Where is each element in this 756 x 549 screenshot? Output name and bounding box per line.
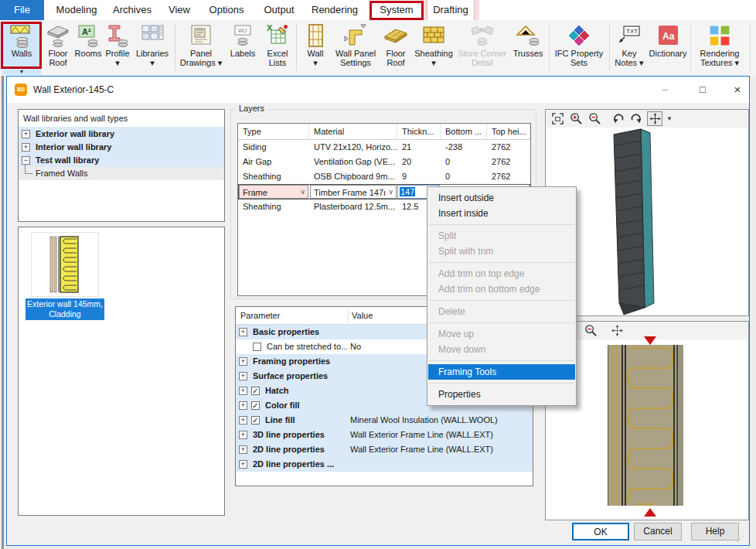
tree-item-exterior-wall-library[interactable]: + Exterior wall library — [19, 128, 224, 141]
rotate-right-icon[interactable] — [628, 111, 644, 126]
toolbar-dropdown-icon[interactable]: ▼ — [666, 111, 673, 126]
ribbon-button-labels[interactable]: WJ Labels — [227, 22, 258, 69]
chevron-down-icon[interactable]: ∨ — [300, 185, 305, 199]
tree-item-framed-walls[interactable]: Framed Walls — [19, 167, 224, 180]
ribbon-button-rooms[interactable]: A² Rooms — [74, 22, 102, 69]
expand-icon[interactable]: + — [239, 460, 247, 469]
store-corner-detail-icon — [456, 22, 509, 49]
expand-icon[interactable]: + — [239, 387, 247, 395]
column-material[interactable]: Material — [309, 124, 397, 139]
ribbon-button-walls[interactable]: Walls — [2, 22, 41, 69]
column-value[interactable]: Value — [352, 307, 373, 324]
section-marker-top[interactable] — [644, 336, 656, 345]
ribbon-button-wall-panel-settings[interactable]: Wall Panel Settings — [332, 22, 379, 69]
menu-item-insert-outside[interactable]: Insert outside — [427, 190, 576, 206]
expand-icon[interactable]: + — [239, 401, 247, 410]
minimize-button[interactable]: – — [653, 77, 676, 103]
ribbon-button-dictionary[interactable]: Aa Dictionary — [648, 22, 688, 69]
ribbon-button-rendering-textures[interactable]: Rendering Textures ▾ — [694, 22, 745, 69]
tab-system[interactable]: System — [369, 0, 424, 20]
column-type[interactable]: Type — [238, 124, 309, 139]
tab-file[interactable]: File — [0, 0, 44, 20]
column-thickness[interactable]: Thickn... — [397, 124, 441, 139]
wall-type-label[interactable]: Exterior wall 145mm, Cladding — [26, 298, 104, 320]
tab-rendering[interactable]: Rendering — [306, 0, 363, 20]
wall-section-render[interactable] — [608, 345, 688, 509]
layer-material-combobox[interactable]: Timber Frame 147ı ∨ — [310, 185, 397, 199]
panel-drawings-icon — [179, 22, 223, 49]
wall-panel-settings-icon — [332, 22, 379, 49]
pan-icon[interactable] — [609, 323, 625, 338]
ribbon-button-ifc-property-sets[interactable]: IFC Property Sets — [552, 22, 606, 69]
tab-archives[interactable]: Archives — [108, 0, 156, 20]
ribbon-button-floor-roof-2[interactable]: Floor Roof — [380, 22, 411, 69]
param-row-3d-line-properties[interactable]: + 3D line properties Wall Exterior Frame… — [236, 428, 533, 442]
fit-view-icon[interactable] — [550, 111, 565, 126]
param-row-2d-line-properties[interactable]: + 2D line properties Wall Exterior Frame… — [236, 442, 533, 457]
menu-item-delete: Delete — [427, 304, 576, 319]
ribbon-button-profile[interactable]: Profile ▾ — [104, 22, 131, 69]
close-button[interactable]: × — [726, 77, 749, 103]
group-separator — [296, 23, 297, 71]
ribbon-button-trusses[interactable]: Trusses — [510, 22, 546, 69]
help-button[interactable]: Help — [691, 523, 739, 540]
menu-item-properties[interactable]: Properties — [427, 387, 576, 402]
column-bottom[interactable]: Bottom ... — [441, 124, 487, 139]
ribbon-button-libraries[interactable]: Libraries ▾ — [133, 22, 172, 69]
expand-icon[interactable]: + — [239, 445, 247, 454]
tree-item-test-wall-library[interactable]: − Test wall library — [19, 154, 224, 167]
maximize-button[interactable]: □ — [691, 77, 714, 103]
checkbox-checked[interactable]: ✓ — [251, 387, 260, 395]
layer-type-combobox[interactable]: Frame ∨ — [239, 185, 308, 199]
rooms-icon: A² — [74, 22, 102, 49]
expand-icon[interactable]: + — [22, 130, 30, 138]
expand-icon[interactable]: + — [239, 328, 247, 336]
cancel-button[interactable]: Cancel — [634, 523, 682, 540]
layer-row-sheathing-osb[interactable]: Sheathing OSB Chipboard 9m... 9 0 2762 — [238, 169, 530, 184]
ribbon-button-panel-drawings[interactable]: Panel Drawings ▾ — [179, 22, 223, 69]
dialog-titlebar[interactable]: BD Wall Exterior-145-C – □ × — [7, 77, 749, 103]
zoom-out-icon[interactable] — [587, 111, 602, 126]
labels-icon: WJ — [227, 22, 258, 49]
ribbon-button-key-notes[interactable]: TXT Key Notes ▾ — [612, 22, 646, 69]
zoom-out-icon[interactable] — [583, 323, 598, 338]
checkbox-checked[interactable]: ✓ — [251, 401, 260, 410]
expand-icon[interactable]: + — [239, 357, 247, 366]
menu-item-framing-tools[interactable]: Framing Tools — [428, 364, 575, 380]
tab-output[interactable]: Output — [255, 0, 303, 20]
menu-item-insert-inside[interactable]: Insert inside — [427, 206, 576, 221]
expand-icon[interactable]: + — [239, 372, 247, 380]
ribbon-button-wall[interactable]: Wall ▾ — [300, 22, 331, 69]
tab-modeling[interactable]: Modeling — [48, 0, 105, 20]
param-row-2d-line-properties-2[interactable]: + 2D line properties ... — [236, 457, 533, 472]
tab-drafting[interactable]: Drafting — [427, 0, 475, 20]
column-parameter[interactable]: Parameter — [240, 307, 280, 324]
checkbox-checked[interactable]: ✓ — [251, 416, 260, 425]
rotate-left-icon[interactable] — [610, 111, 625, 126]
expand-icon[interactable]: + — [22, 143, 30, 152]
column-top-height[interactable]: Top hei... — [487, 124, 530, 139]
resize-grip[interactable]: ⋰ — [737, 534, 744, 543]
walls-dropdown-button[interactable]: ▼ — [2, 68, 41, 75]
ribbon-button-floor-roof[interactable]: Floor Roof — [44, 22, 72, 69]
layer-row-air-gap[interactable]: Air Gap Ventilation Gap (VE... 20 0 2762 — [238, 155, 530, 169]
section-marker-bottom[interactable] — [644, 508, 656, 517]
expand-icon[interactable]: + — [239, 431, 247, 439]
window-edge — [0, 76, 6, 549]
tab-view[interactable]: View — [161, 0, 198, 20]
wall-type-thumbnail[interactable] — [31, 232, 99, 297]
chevron-down-icon[interactable]: ∨ — [388, 185, 393, 199]
pan-mode-icon[interactable] — [647, 111, 662, 126]
checkbox-unchecked[interactable] — [253, 343, 261, 351]
layer-row-siding[interactable]: Siding UTV 21x120, Horizo... 21 -238 276… — [238, 140, 530, 155]
tab-options[interactable]: Options — [201, 0, 252, 20]
tree-item-interior-wall-library[interactable]: + Interior wall library — [19, 141, 224, 154]
expand-icon[interactable]: + — [239, 416, 247, 425]
param-row-line-fill[interactable]: + ✓ Line fill Mineral Wool Insulation (W… — [236, 413, 533, 428]
ribbon-button-sheathing[interactable]: Sheathing ▾ — [413, 22, 455, 69]
zoom-in-icon[interactable] — [568, 111, 584, 126]
group-separator — [609, 23, 610, 71]
ok-button[interactable]: OK — [572, 523, 629, 540]
menu-item-split-with-trim: Split with trim — [427, 244, 576, 259]
ribbon-button-excel-lists[interactable]: X Excel Lists — [261, 22, 294, 69]
